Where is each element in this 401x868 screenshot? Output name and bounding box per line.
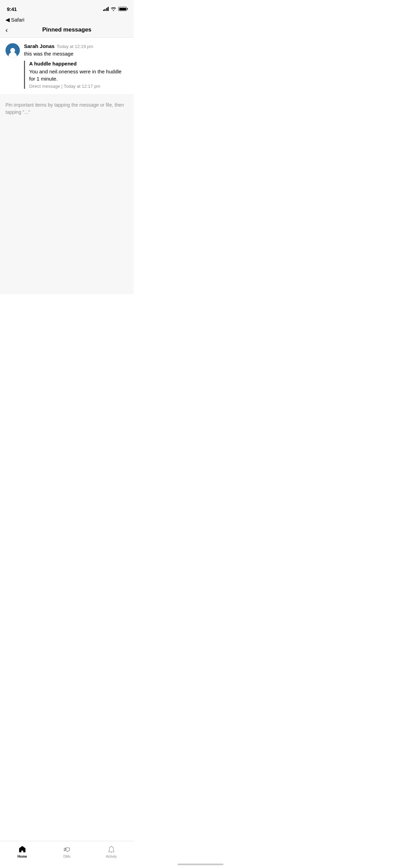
battery-icon — [118, 7, 127, 11]
hint-area: Pin important items by tapping the messa… — [0, 95, 134, 123]
status-time: 9:41 — [7, 6, 17, 12]
quoted-footer: Direct message | Today at 12:17 pm — [29, 84, 128, 89]
message-content: Sarah Jonas Today at 12:19 pm this was t… — [24, 43, 128, 89]
empty-area — [0, 123, 134, 294]
signal-icon — [103, 7, 109, 11]
message-meta: Sarah Jonas Today at 12:19 pm — [24, 43, 128, 49]
safari-back-label: Safari — [11, 17, 24, 23]
safari-chevron-icon: ◀ — [5, 16, 10, 23]
back-chevron-icon: ‹ — [5, 26, 8, 33]
quoted-body: You and neil.oneness were in the huddle … — [29, 68, 128, 82]
message-text: this was the message — [24, 50, 128, 57]
hint-text: Pin important items by tapping the messa… — [5, 101, 128, 116]
wifi-icon — [111, 7, 116, 11]
status-icons — [103, 7, 127, 11]
safari-back-row[interactable]: ◀ Safari — [0, 15, 134, 23]
navigation-bar: ‹ Pinned messages — [0, 23, 134, 38]
sender-name: Sarah Jonas — [24, 43, 54, 49]
pinned-message-item[interactable]: Sarah Jonas Today at 12:19 pm this was t… — [0, 38, 134, 95]
page-title: Pinned messages — [42, 26, 92, 33]
quoted-title: A huddle happened — [29, 61, 128, 67]
avatar — [5, 43, 20, 58]
quoted-block: A huddle happened You and neil.oneness w… — [24, 61, 128, 89]
message-time: Today at 12:19 pm — [57, 44, 93, 49]
back-button[interactable]: ‹ — [5, 26, 8, 33]
status-bar: 9:41 — [0, 0, 134, 15]
